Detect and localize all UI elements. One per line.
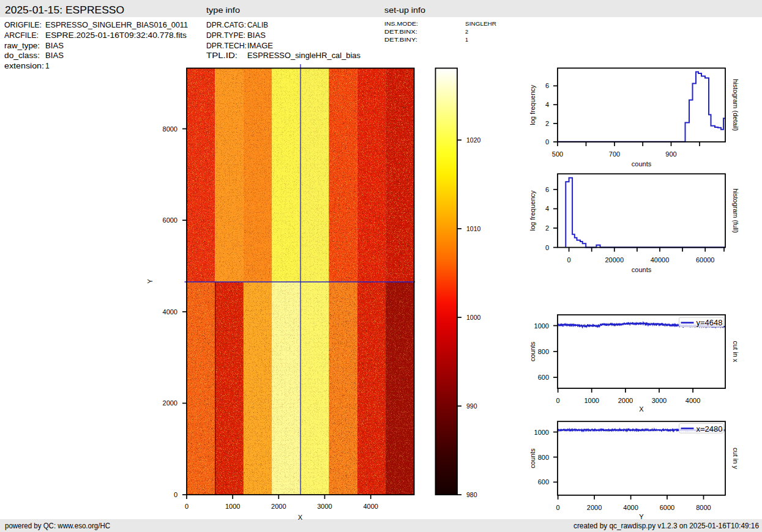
svg-text:3000: 3000 [317,503,332,510]
svg-text:4000: 4000 [363,503,378,510]
svg-text:cut in y: cut in y [732,448,739,469]
svg-text:SINGLEHR: SINGLEHR [465,21,497,27]
svg-text:ARCFILE:: ARCFILE: [4,31,39,40]
svg-text:6000: 6000 [660,504,674,511]
svg-text:2: 2 [465,29,468,35]
svg-text:x=2480: x=2480 [697,424,723,434]
svg-text:1000: 1000 [466,314,481,321]
svg-text:40000: 40000 [651,256,670,264]
svg-text:set-up info: set-up info [384,6,425,15]
svg-text:ESPRESSO_SINGLEHR_BIAS016_0011: ESPRESSO_SINGLEHR_BIAS016_0011 [45,21,188,29]
svg-text:2000: 2000 [163,399,177,407]
svg-text:type info: type info [206,6,240,15]
svg-text:counts: counts [632,266,652,273]
svg-text:y=4648: y=4648 [697,318,723,327]
svg-text:20000: 20000 [605,256,624,264]
svg-text:1: 1 [45,62,50,70]
svg-text:CALIB: CALIB [247,21,268,29]
svg-text:3000: 3000 [652,397,667,404]
svg-text:0: 0 [556,504,560,511]
svg-text:800: 800 [538,454,549,461]
svg-text:DET.BINX:: DET.BINX: [384,29,417,35]
svg-text:TPL.ID:: TPL.ID: [206,51,237,60]
svg-text:4000: 4000 [623,504,638,511]
svg-text:0: 0 [556,397,560,404]
svg-text:ESPRE.2025-01-16T09:32:40.778.: ESPRE.2025-01-16T09:32:40.778.fits [45,31,187,40]
svg-text:DET.BINY:: DET.BINY: [384,37,417,43]
svg-text:2: 2 [545,224,549,232]
svg-text:DPR.TYPE:: DPR.TYPE: [206,31,245,40]
svg-text:IMAGE: IMAGE [247,42,273,50]
svg-text:created by qc_rawdisp.py v1.2.: created by qc_rawdisp.py v1.2.3 on 2025-… [573,522,759,530]
svg-text:1000: 1000 [225,503,240,510]
svg-text:DPR.TECH:: DPR.TECH: [206,42,247,50]
svg-text:500: 500 [552,150,563,158]
svg-text:1020: 1020 [466,136,481,144]
svg-text:0: 0 [185,503,189,510]
svg-text:4: 4 [545,205,549,212]
svg-text:BIAS: BIAS [45,42,64,50]
svg-text:ESPRESSO_singleHR_cal_bias: ESPRESSO_singleHR_cal_bias [247,51,360,60]
svg-text:6: 6 [545,82,549,89]
svg-text:BIAS: BIAS [45,51,64,60]
svg-text:log frequency: log frequency [529,190,536,231]
svg-text:2: 2 [545,120,549,127]
svg-text:X: X [298,514,303,521]
svg-text:800: 800 [538,348,549,355]
svg-text:X: X [639,405,644,413]
svg-text:8000: 8000 [696,504,711,511]
svg-text:histogram (detail): histogram (detail) [732,79,739,131]
svg-text:raw_type:: raw_type: [4,42,40,50]
svg-text:700: 700 [609,150,620,158]
svg-text:0: 0 [174,491,177,498]
svg-text:1: 1 [465,37,468,43]
svg-text:1000: 1000 [534,322,549,330]
svg-text:counts: counts [632,160,652,168]
svg-text:980: 980 [466,491,477,498]
svg-text:4000: 4000 [685,397,700,404]
svg-text:2000: 2000 [587,504,602,511]
svg-text:2000: 2000 [271,503,286,510]
svg-text:60000: 60000 [696,256,715,264]
svg-text:counts: counts [529,448,536,468]
svg-text:900: 900 [665,150,676,158]
svg-text:histogram (full): histogram (full) [732,188,739,233]
svg-text:1000: 1000 [534,429,549,436]
svg-text:2025-01-15: ESPRESSO: 2025-01-15: ESPRESSO [5,4,124,15]
svg-text:BIAS: BIAS [247,31,266,40]
svg-text:extension:: extension: [4,62,44,70]
svg-text:counts: counts [529,341,536,361]
svg-text:DPR.CATG:: DPR.CATG: [206,21,246,29]
svg-text:4000: 4000 [163,308,177,316]
svg-text:1010: 1010 [466,225,481,232]
svg-text:8000: 8000 [163,125,177,133]
svg-text:600: 600 [538,374,549,381]
svg-text:0: 0 [545,138,549,146]
svg-text:6000: 6000 [163,216,177,224]
svg-text:1000: 1000 [584,397,599,404]
svg-text:4: 4 [545,101,549,108]
svg-text:cut in x: cut in x [732,341,739,362]
svg-text:600: 600 [538,478,549,486]
svg-text:Y: Y [639,513,644,520]
svg-text:do_class:: do_class: [4,51,40,60]
svg-text:ORIGFILE:: ORIGFILE: [4,21,42,29]
svg-text:log frequency: log frequency [529,84,536,125]
svg-text:Y: Y [146,279,154,284]
svg-text:0: 0 [545,244,549,251]
svg-text:2000: 2000 [618,397,633,404]
svg-text:INS.MODE:: INS.MODE: [384,21,418,27]
svg-text:0: 0 [567,256,571,264]
svg-text:6: 6 [545,186,549,193]
svg-text:990: 990 [466,402,477,410]
svg-text:powered by QC: www.eso.org/HC: powered by QC: www.eso.org/HC [5,522,110,530]
